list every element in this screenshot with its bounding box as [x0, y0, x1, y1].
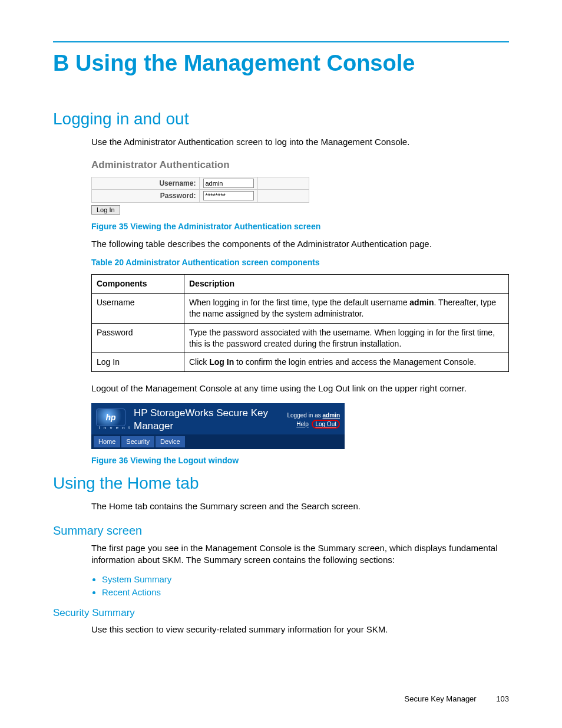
footer-product: Secure Key Manager: [405, 694, 477, 703]
logout-banner-screenshot: hp i n v e n t HP StorageWorks Secure Ke…: [91, 403, 345, 450]
summary-screen-heading: Summary screen: [53, 523, 509, 539]
logged-in-text: Logged in as: [287, 412, 322, 419]
auth-username-label: Username:: [92, 177, 200, 190]
section-home-heading: Using the Home tab: [53, 472, 509, 495]
help-link[interactable]: Help: [296, 421, 309, 427]
table-20-caption: Table 20 Administrator Authentication sc…: [91, 257, 509, 268]
cell-component: Password: [92, 323, 184, 353]
cell-component: Log In: [92, 353, 184, 372]
summary-screen-para: The first page you see in the Management…: [91, 542, 509, 566]
logout-instruction: Logout of the Management Console at any …: [91, 383, 509, 394]
list-item: Recent Actions: [102, 587, 509, 598]
cell-component: Username: [92, 293, 184, 323]
section-logging-heading: Logging in and out: [53, 108, 509, 130]
footer-page-number: 103: [496, 694, 509, 703]
cell-description: Type the password associated with the us…: [184, 323, 509, 353]
figure-35-caption: Figure 35 Viewing the Administrator Auth…: [91, 221, 509, 232]
table-row: Password Type the password associated wi…: [92, 323, 509, 353]
tab-security[interactable]: Security: [121, 436, 154, 447]
tab-home[interactable]: Home: [94, 436, 120, 447]
table-intro: The following table describes the compon…: [91, 238, 509, 250]
page-title: B Using the Management Console: [53, 48, 509, 78]
list-item: System Summary: [102, 574, 509, 585]
col-description: Description: [184, 274, 509, 293]
auth-screenshot: Administrator Authentication Username: P…: [91, 159, 509, 215]
logged-in-user: admin: [323, 412, 340, 419]
figure-36-caption: Figure 36 Viewing the Logout window: [91, 455, 509, 466]
col-components: Components: [92, 274, 184, 293]
cell-description: Click Log In to confirm the login entrie…: [184, 353, 509, 372]
home-intro: The Home tab contains the Summary screen…: [91, 500, 509, 512]
security-summary-heading: Security Summary: [53, 607, 509, 620]
security-summary-para: Use this section to view security-relate…: [91, 624, 509, 635]
table-row: Log In Click Log In to confirm the login…: [92, 353, 509, 372]
cell-description: When logging in for the first time, type…: [184, 293, 509, 323]
bullet-system-summary: System Summary: [102, 574, 171, 584]
components-table: Components Description Username When log…: [91, 274, 509, 372]
hp-logo-icon: hp: [96, 409, 125, 426]
auth-login-button[interactable]: Log In: [91, 205, 120, 215]
auth-username-input[interactable]: [203, 179, 254, 188]
auth-password-input[interactable]: [203, 191, 254, 200]
invent-tagline: i n v e n t: [99, 425, 131, 431]
bullet-recent-actions: Recent Actions: [102, 587, 161, 597]
auth-password-label: Password:: [92, 190, 200, 202]
banner-product-title: HP StorageWorks Secure Key Manager: [134, 407, 287, 434]
logout-link[interactable]: Log Out: [315, 421, 336, 427]
table-row: Username When logging in for the first t…: [92, 293, 509, 323]
logging-intro: Use the Administrator Authentication scr…: [91, 136, 509, 148]
auth-panel-title: Administrator Authentication: [91, 159, 509, 172]
page-footer: Secure Key Manager 103: [53, 694, 509, 704]
tab-device[interactable]: Device: [156, 436, 185, 447]
